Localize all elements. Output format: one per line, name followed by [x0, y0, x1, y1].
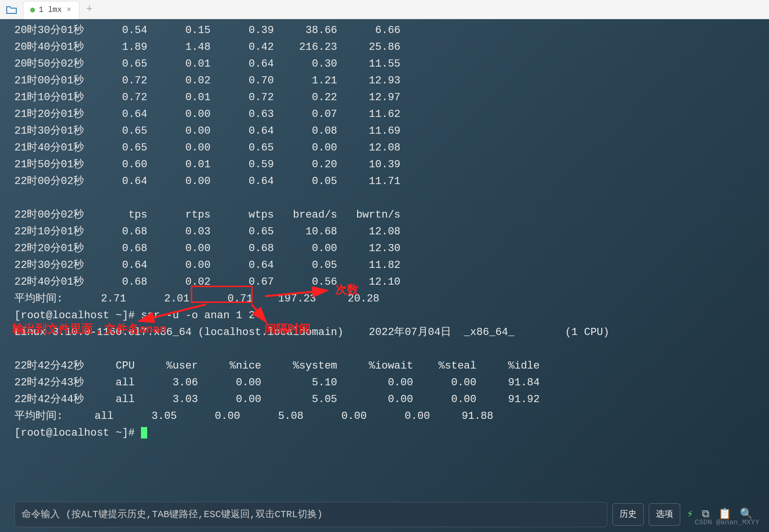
sar-row: 21时20分01秒 0.64 0.00 0.63 0.07 11.62 [14, 106, 755, 123]
add-tab-button[interactable]: + [80, 3, 99, 15]
tab-bar: 1 lmx × + [0, 0, 769, 19]
sar-row: 22时00分02秒 0.64 0.00 0.64 0.05 11.71 [14, 173, 755, 190]
bottom-bar: 命令输入 (按ALT键提示历史,TAB键路径,ESC键返回,双击CTRL切换) … [14, 503, 755, 525]
prompt-line: [root@localhost ~]# [14, 425, 755, 441]
terminal[interactable]: 20时30分01秒 0.54 0.15 0.39 38.66 6.6620时40… [0, 19, 769, 532]
tab-status-dot [30, 8, 35, 12]
watermark: CSDN @anan_MXYY [695, 514, 759, 531]
sar-row: 20时30分01秒 0.54 0.15 0.39 38.66 6.66 [14, 22, 755, 39]
close-icon[interactable]: × [66, 6, 72, 14]
sar-row: 21时00分01秒 0.72 0.02 0.70 1.21 12.93 [14, 72, 755, 89]
sar-row: 22时20分01秒 0.68 0.00 0.68 0.00 12.30 [14, 240, 755, 257]
sar-row: 22时10分01秒 0.68 0.03 0.65 10.68 12.08 [14, 223, 755, 240]
sar-row: 21时40分01秒 0.65 0.00 0.65 0.00 12.08 [14, 139, 755, 156]
sar-row: 22时30分02秒 0.64 0.00 0.64 0.05 11.82 [14, 257, 755, 274]
sar-header: 22时00分02秒 tps rtps wtps bread/s bwrtn/s [14, 207, 755, 223]
tab-label: 1 lmx [39, 6, 62, 14]
sar-row: 22时40分01秒 0.68 0.02 0.67 0.56 12.10 [14, 274, 755, 290]
bolt-icon[interactable]: ⚡ [685, 506, 695, 523]
tab-active[interactable]: 1 lmx × [23, 1, 80, 19]
folder-icon[interactable] [4, 2, 19, 17]
sar-row: 21时50分01秒 0.60 0.01 0.59 0.20 10.39 [14, 156, 755, 173]
sar-row: 20时50分02秒 0.65 0.01 0.64 0.30 11.55 [14, 56, 755, 72]
avg-line-2: 平均时间: all 3.05 0.00 5.08 0.00 0.00 91.88 [14, 408, 755, 425]
sar-row: 20时40分01秒 1.89 1.48 0.42 216.23 25.86 [14, 39, 755, 56]
linux-info-line: Linux 3.10.0-1160.el7.x86_64 (localhost.… [14, 324, 755, 341]
sar-row: 22时42分44秒 all 3.03 0.00 5.05 0.00 0.00 9… [14, 391, 755, 408]
options-button[interactable]: 选项 [649, 503, 680, 526]
sar-row: 21时30分01秒 0.65 0.00 0.64 0.08 11.69 [14, 123, 755, 139]
sar-row: 21时10分01秒 0.72 0.01 0.72 0.22 12.97 [14, 89, 755, 106]
history-button[interactable]: 历史 [612, 503, 644, 526]
sar-cpu-header: 22时42分42秒 CPU %user %nice %system %iowai… [14, 358, 755, 374]
command-input-hint[interactable]: 命令输入 (按ALT键提示历史,TAB键路径,ESC键返回,双击CTRL切换) [14, 502, 607, 527]
command-line: [root@localhost ~]# sar -u -o anan 1 2 [14, 307, 755, 324]
cursor [141, 427, 147, 439]
avg-line: 平均时间: 2.71 2.01 0.71 197.23 20.28 [14, 290, 755, 307]
sar-row: 22时42分43秒 all 3.06 0.00 5.10 0.00 0.00 9… [14, 374, 755, 391]
